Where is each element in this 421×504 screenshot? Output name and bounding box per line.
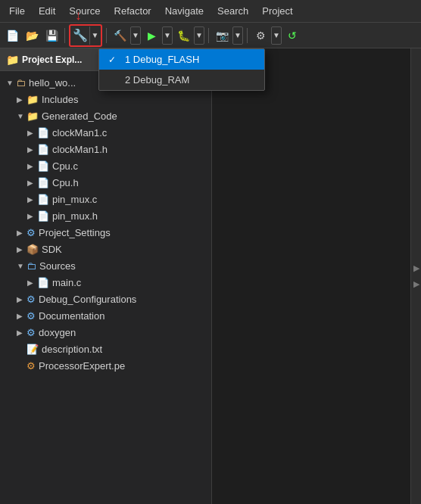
- sdk-folder-icon: 📦: [27, 244, 39, 255]
- tree-item-label: Project_Settings: [39, 227, 111, 238]
- expand-arrow: ▶: [27, 145, 35, 154]
- includes-folder-icon: 📁: [27, 94, 39, 105]
- tree-clockman1c[interactable]: ▶ 📄 clockMan1.c: [0, 124, 211, 141]
- build-config-dropdown-arrow[interactable]: ▼: [89, 26, 100, 45]
- run-button[interactable]: ▶: [142, 26, 161, 45]
- tree-item-label: Includes: [42, 94, 78, 105]
- refresh-button[interactable]: ↺: [283, 26, 301, 45]
- red-arrow-indicator: ↓: [75, 8, 82, 23]
- menu-navigate[interactable]: Navigate: [159, 2, 210, 20]
- expand-arrow: ▶: [27, 162, 35, 170]
- pe-file-icon: ⚙: [27, 360, 36, 372]
- right-panel: ▶ ▶: [212, 48, 421, 504]
- h-file-icon: 📄: [37, 144, 49, 155]
- expand-arrow: ▶: [17, 328, 24, 337]
- expand-arrow: ▼: [6, 79, 14, 87]
- c-file-icon: 📄: [37, 277, 49, 288]
- build-config-icon[interactable]: 🔧: [71, 26, 89, 45]
- tree-doxygen[interactable]: ▶ ⚙ doxygen: [0, 324, 211, 341]
- tree-cpuc[interactable]: ▶ 📄 Cpu.c: [0, 157, 211, 174]
- tree-item-label: pin_mux.h: [52, 210, 98, 222]
- txt-file-icon: 📝: [27, 344, 39, 355]
- h-file-icon: 📄: [37, 177, 49, 188]
- tree-project-settings[interactable]: ▶ ⚙ Project_Settings: [0, 224, 211, 241]
- tree-generated-code[interactable]: ▼ 📁 Generated_Code: [0, 107, 211, 124]
- tree-documentation[interactable]: ▶ ⚙ Documentation: [0, 307, 211, 324]
- menu-refactor[interactable]: Refactor: [108, 2, 157, 20]
- tree-processor-expert[interactable]: ⚙ ProcessorExpert.pe: [0, 357, 211, 374]
- doxygen-folder-icon: ⚙: [27, 327, 36, 338]
- tree-item-label: SDK: [42, 244, 62, 255]
- snapshot-dropdown-arrow[interactable]: ▼: [232, 26, 243, 45]
- dropdown-item-debug-flash[interactable]: ✓ 1 Debug_FLASH: [99, 49, 264, 70]
- c-file-icon: 📄: [37, 160, 49, 172]
- settings-dropdown-arrow[interactable]: ▼: [271, 26, 282, 45]
- tree-description-txt[interactable]: 📝 description.txt: [0, 341, 211, 357]
- build-button[interactable]: 🔨: [111, 26, 129, 45]
- expand-arrow: ▶: [17, 295, 24, 303]
- dropdown-item-debug-ram[interactable]: 2 Debug_RAM: [99, 70, 264, 90]
- tree-item-label: Cpu.h: [52, 177, 79, 188]
- save-button[interactable]: 💾: [42, 26, 61, 45]
- project-name: hello_wo...: [29, 77, 76, 89]
- tree-item-label: doxygen: [39, 327, 76, 338]
- tree-pinmuxh[interactable]: ▶ 📄 pin_mux.h: [0, 207, 211, 224]
- project-panel: 📁 Project Expl... ⊟ 🔗 ▼ ─ □ ✕ ▼ 🗀 hello_…: [0, 48, 212, 504]
- sources-folder-icon: 🗀: [27, 260, 36, 272]
- tree-item-label: description.txt: [42, 344, 102, 355]
- menu-project[interactable]: Project: [256, 2, 298, 20]
- main-content: 📁 Project Expl... ⊟ 🔗 ▼ ─ □ ✕ ▼ 🗀 hello_…: [0, 48, 421, 504]
- tree-item-label: Debug_Configurations: [39, 294, 136, 305]
- run-dropdown-arrow[interactable]: ▼: [162, 26, 173, 45]
- open-button[interactable]: 📂: [23, 26, 41, 45]
- expand-arrow: ▼: [17, 262, 24, 270]
- expand-arrow: ▶: [27, 179, 35, 187]
- build-config-dropdown: ✓ 1 Debug_FLASH 2 Debug_RAM: [98, 48, 265, 91]
- panel-icon: 📁: [6, 54, 19, 66]
- tree-item-label: Documentation: [39, 310, 104, 322]
- generated-code-folder-icon: 📁: [27, 110, 39, 122]
- tree-pinmuxc[interactable]: ▶ 📄 pin_mux.c: [0, 191, 211, 207]
- h-file-icon: 📄: [37, 210, 49, 222]
- menu-edit[interactable]: Edit: [33, 2, 61, 20]
- new-button[interactable]: 📄: [3, 26, 21, 45]
- right-sidebar: ▶ ▶: [410, 48, 421, 504]
- expand-arrow: ▶: [27, 195, 35, 204]
- tree-mainc[interactable]: ▶ 📄 main.c: [0, 274, 211, 291]
- dropdown-item-label: 2 Debug_RAM: [125, 74, 189, 86]
- debug-folder-icon: ⚙: [27, 294, 36, 305]
- tree-includes[interactable]: ▶ 📁 Includes: [0, 91, 211, 107]
- expand-arrow: ▶: [17, 245, 24, 254]
- tree-cpuh[interactable]: ▶ 📄 Cpu.h: [0, 174, 211, 191]
- menu-source[interactable]: Source: [63, 2, 106, 20]
- tree-debug-configs[interactable]: ▶ ⚙ Debug_Configurations: [0, 291, 211, 307]
- tree-item-label: pin_mux.c: [52, 194, 97, 205]
- tree-item-label: main.c: [52, 277, 81, 288]
- tree-item-label: Cpu.c: [52, 160, 78, 172]
- tree-item-label: Generated_Code: [42, 110, 117, 122]
- c-file-icon: 📄: [37, 194, 49, 205]
- settings-button[interactable]: ⚙: [251, 26, 270, 45]
- tree-item-label: clockMan1.h: [52, 144, 108, 155]
- separator-1: [64, 28, 65, 43]
- project-folder-icon: 🗀: [16, 77, 26, 89]
- separator-4: [247, 28, 248, 43]
- expand-arrow: ▶: [27, 212, 35, 220]
- tree-clockman1h[interactable]: ▶ 📄 clockMan1.h: [0, 141, 211, 157]
- checkmark-icon: ✓: [108, 54, 119, 65]
- tree-sources[interactable]: ▼ 🗀 Sources: [0, 257, 211, 274]
- debug-button[interactable]: 🐛: [174, 26, 192, 45]
- build-dropdown-arrow[interactable]: ▼: [130, 26, 141, 45]
- menu-search[interactable]: Search: [211, 2, 254, 20]
- right-sidebar-icon-2[interactable]: ▶: [413, 279, 419, 289]
- expand-arrow: ▶: [17, 312, 24, 320]
- tree-sdk[interactable]: ▶ 📦 SDK: [0, 241, 211, 257]
- debug-dropdown-arrow[interactable]: ▼: [194, 26, 204, 45]
- expand-arrow: ▶: [27, 129, 35, 137]
- right-sidebar-icon-1[interactable]: ▶: [413, 263, 419, 273]
- dropdown-item-label: 1 Debug_FLASH: [125, 54, 199, 65]
- snapshot-button[interactable]: 📷: [213, 26, 231, 45]
- menu-file[interactable]: File: [3, 2, 31, 20]
- expand-arrow: ▼: [17, 112, 24, 120]
- expand-arrow: ▶: [17, 95, 24, 104]
